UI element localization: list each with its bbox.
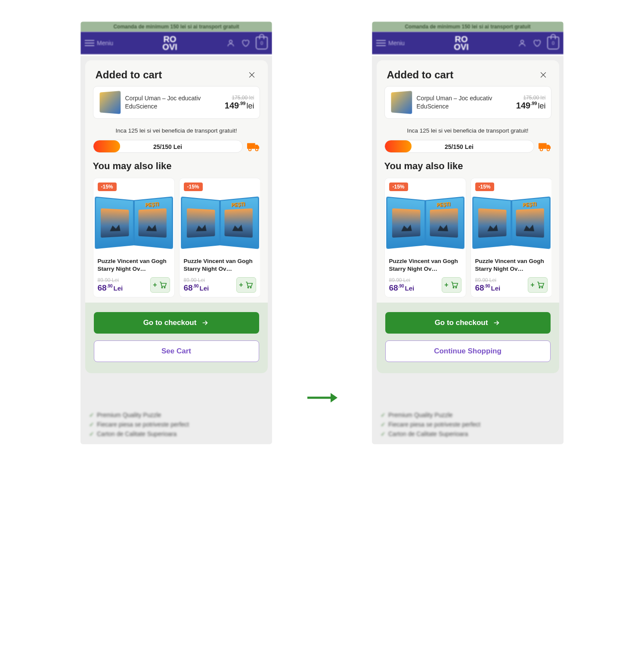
yml-product-name: Puzzle Vincent van Gogh Starry Night Ov… — [184, 257, 256, 274]
close-button[interactable] — [538, 69, 549, 80]
yml-carousel[interactable]: -15% PEȘTI Puzzle Vincent van Gogh Starr… — [384, 178, 551, 297]
yml-card[interactable]: -15% PEȘTI Puzzle Vincent van Gogh Starr… — [384, 178, 466, 297]
yml-image: PEȘTI — [475, 195, 548, 251]
yml-card[interactable]: -15% PEȘTI Puzzle Vincent van Gogh Starr… — [471, 178, 551, 297]
modal-actions: Go to checkout See Cart — [85, 303, 268, 373]
svg-point-15 — [455, 287, 456, 288]
heart-icon[interactable] — [533, 39, 541, 47]
product-name: Corpul Uman – Joc educativ EduScience — [417, 94, 511, 111]
yml-old-price: 89.90 Lei — [98, 277, 123, 283]
progress-label: 25/150 Lei — [93, 140, 242, 153]
svg-point-13 — [547, 149, 549, 151]
cart-bag[interactable]: 0 — [256, 37, 268, 50]
product-image — [391, 91, 412, 114]
modal-title: Added to cart — [387, 69, 454, 81]
added-to-cart-modal: Added to cart Corpul Uman – Joc educativ… — [85, 60, 268, 373]
logo[interactable]: RO OVI — [118, 35, 222, 51]
svg-rect-11 — [539, 143, 547, 149]
svg-point-3 — [255, 149, 258, 151]
close-icon — [539, 71, 548, 79]
added-product-card: Corpul Uman – Joc educativ EduScience 17… — [93, 86, 260, 119]
shipping-text: Inca 125 lei si vei beneficia de transpo… — [93, 127, 260, 134]
yml-price: 68.90Lei — [184, 283, 209, 293]
cart-icon — [536, 281, 545, 289]
svg-marker-9 — [331, 393, 337, 402]
logo[interactable]: RO OVI — [409, 35, 514, 51]
discount-badge: -15% — [98, 183, 117, 191]
yml-carousel[interactable]: -15% PEȘTI Puzzle Vincent van Gogh Starr… — [93, 178, 260, 297]
screenshot-before: Comanda de minimum 150 lei si ai transpo… — [80, 22, 272, 444]
yml-title: You may also like — [384, 161, 551, 172]
checkout-button[interactable]: Go to checkout — [94, 312, 259, 334]
screenshot-after: Comanda de minimum 150 lei si ai transpo… — [372, 22, 564, 444]
menu-button[interactable]: Meniu — [85, 40, 113, 46]
arrow-right-icon — [307, 392, 337, 404]
menu-label: Meniu — [388, 40, 405, 46]
product-name: Corpul Uman – Joc educativ EduScience — [125, 94, 220, 111]
svg-point-10 — [521, 40, 524, 43]
see-cart-button[interactable]: See Cart — [94, 340, 259, 362]
add-to-cart-button[interactable]: + — [236, 277, 256, 293]
svg-point-2 — [248, 149, 251, 151]
truck-icon — [247, 141, 260, 152]
svg-point-14 — [453, 287, 454, 288]
yml-image: PEȘTI — [184, 195, 256, 251]
app-header: Meniu RO OVI 0 — [80, 32, 272, 54]
yml-card[interactable]: -15% PEȘTI Puzzle Vincent van Gogh Starr… — [93, 178, 175, 297]
yml-card[interactable]: -15% PEȘTI Puzzle Vincent van Gogh Starr… — [179, 178, 260, 297]
yml-price: 68.90Lei — [389, 283, 415, 293]
modal-title: Added to cart — [96, 69, 162, 81]
product-image — [99, 91, 121, 114]
close-button[interactable] — [246, 69, 257, 80]
add-to-cart-button[interactable]: + — [150, 277, 170, 293]
add-to-cart-button[interactable]: + — [442, 277, 461, 293]
yml-product-name: Puzzle Vincent van Gogh Starry Night Ov… — [98, 257, 170, 274]
close-icon — [248, 71, 256, 79]
discount-badge: -15% — [389, 183, 408, 191]
continue-shopping-button[interactable]: Continue Shopping — [385, 340, 551, 362]
modal-overlay: Added to cart Corpul Uman – Joc educativ… — [80, 56, 272, 444]
promo-bar: Comanda de minimum 150 lei si ai transpo… — [372, 22, 564, 32]
heart-icon[interactable] — [241, 39, 250, 47]
app-header: Meniu RO OVI 0 — [372, 32, 564, 54]
svg-point-12 — [540, 149, 542, 151]
added-to-cart-modal: Added to cart Corpul Uman – Joc educativ… — [377, 60, 559, 373]
yml-title: You may also like — [93, 161, 260, 172]
you-may-also-like: You may also like -15% PEȘTI Puzzle Vinc… — [85, 158, 268, 303]
cart-bag[interactable]: 0 — [547, 37, 559, 50]
menu-label: Meniu — [97, 40, 113, 46]
you-may-also-like: You may also like -15% PEȘTI Puzzle Vinc… — [377, 158, 559, 303]
hamburger-icon — [85, 40, 94, 46]
yml-price: 68.90Lei — [475, 283, 501, 293]
checkout-button[interactable]: Go to checkout — [385, 312, 551, 334]
hamburger-icon — [376, 40, 386, 46]
yml-old-price: 89.90 Lei — [475, 277, 501, 283]
yml-product-name: Puzzle Vincent van Gogh Starry Night Ov… — [389, 257, 461, 274]
cart-icon — [450, 281, 458, 289]
modal-overlay: Added to cart Corpul Uman – Joc educativ… — [372, 56, 564, 444]
transition-arrow — [307, 392, 337, 404]
user-icon[interactable] — [518, 39, 526, 47]
menu-button[interactable]: Meniu — [376, 40, 405, 46]
arrow-right-icon — [492, 319, 501, 326]
user-icon[interactable] — [226, 39, 235, 47]
cart-icon — [245, 281, 253, 289]
discount-badge: -15% — [475, 183, 494, 191]
add-to-cart-button[interactable]: + — [528, 277, 548, 293]
cart-icon — [158, 281, 167, 289]
svg-point-5 — [164, 287, 165, 288]
plus-icon: + — [530, 281, 534, 289]
yml-product-name: Puzzle Vincent van Gogh Starry Night Ov… — [475, 257, 548, 274]
svg-point-6 — [248, 287, 248, 288]
svg-point-4 — [161, 287, 162, 288]
added-product-card: Corpul Uman – Joc educativ EduScience 17… — [384, 86, 551, 119]
free-shipping-block: Inca 125 lei si vei beneficia de transpo… — [377, 119, 559, 158]
svg-point-17 — [542, 287, 542, 288]
free-shipping-block: Inca 125 lei si vei beneficia de transpo… — [85, 119, 268, 158]
svg-point-7 — [250, 287, 251, 288]
svg-rect-1 — [247, 143, 255, 149]
discount-badge: -15% — [184, 183, 203, 191]
yml-image: PEȘTI — [98, 195, 170, 251]
modal-actions: Go to checkout Continue Shopping — [377, 303, 559, 373]
shipping-progress: 25/150 Lei — [93, 140, 243, 153]
